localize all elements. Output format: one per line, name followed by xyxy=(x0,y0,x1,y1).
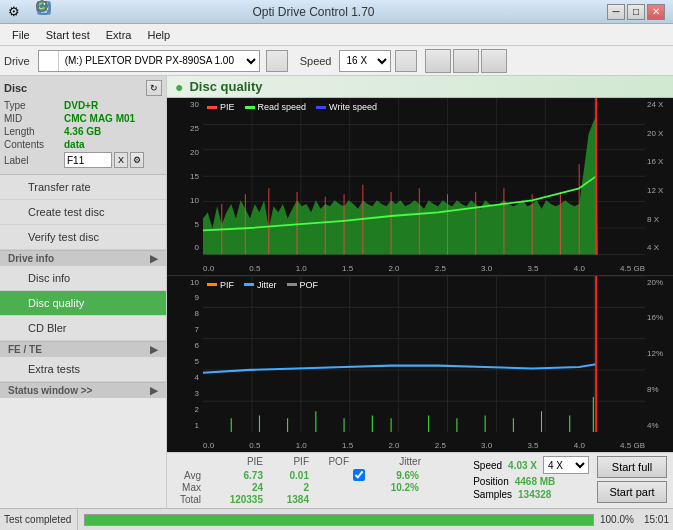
status-window-arrow: ▶ xyxy=(150,385,158,396)
disc-type-val: DVD+R xyxy=(64,100,98,111)
legend-jitter-dot xyxy=(244,283,254,286)
extra-tests-icon xyxy=(8,362,22,376)
disc-label-input[interactable] xyxy=(64,152,112,168)
disc-contents-val: data xyxy=(64,139,85,150)
start-part-button[interactable]: Start part xyxy=(597,481,667,503)
create-test-disc-icon xyxy=(8,205,22,219)
legend-pif-label: PIF xyxy=(220,280,234,290)
disc-quality-title: Disc quality xyxy=(189,79,262,94)
stats-col-pie-header: PIE xyxy=(205,456,263,467)
chart-lower-svg xyxy=(203,276,645,433)
charts-area: PIE Read speed Write speed 30 25 xyxy=(167,98,673,452)
nav-extra-tests[interactable]: Extra tests xyxy=(0,357,166,382)
menu-bar: File Start test Extra Help xyxy=(0,24,673,46)
chart-upper-y-left: 30 25 20 15 10 5 0 xyxy=(167,98,203,255)
disc-contents-label: Contents xyxy=(4,139,64,150)
chart-lower-y-left: 10 9 8 7 6 5 4 3 2 1 xyxy=(167,276,203,433)
maximize-button[interactable]: □ xyxy=(627,4,645,20)
disc-label-gear-button[interactable]: ⚙ xyxy=(130,152,144,168)
legend-pif: PIF xyxy=(207,280,234,290)
chart-lower-x-labels: 0.0 0.5 1.0 1.5 2.0 2.5 3.0 3.5 4.0 4.5 … xyxy=(203,441,645,450)
nav-extra-tests-label: Extra tests xyxy=(28,363,80,375)
stats-avg-jitter: 9.6% xyxy=(373,470,419,481)
nav-verify-test-disc[interactable]: Verify test disc xyxy=(0,225,166,250)
drive-bar: Drive (M:) PLEXTOR DVDR PX-890SA 1.00 Sp… xyxy=(0,46,673,76)
stats-bar: PIE PIF POF Jitter Avg 6.73 0.01 9.6% xyxy=(167,452,673,508)
menu-start-test[interactable]: Start test xyxy=(38,27,98,43)
disc-refresh-button[interactable]: ↻ xyxy=(146,80,162,96)
speed-select[interactable]: 16 X xyxy=(340,51,390,71)
speed-refresh-button[interactable] xyxy=(395,50,417,72)
nav-verify-test-disc-label: Verify test disc xyxy=(28,231,99,243)
legend-pif-dot xyxy=(207,283,217,286)
jitter-checkbox[interactable] xyxy=(353,469,365,481)
samples-stat-val: 134328 xyxy=(518,489,551,500)
nav-disc-quality[interactable]: Disc quality xyxy=(0,291,166,316)
window-title: Opti Drive Control 1.70 xyxy=(20,5,607,19)
minimize-button[interactable]: ─ xyxy=(607,4,625,20)
stats-avg-label: Avg xyxy=(173,470,205,481)
eject-button[interactable] xyxy=(266,50,288,72)
drive-select-wrapper: (M:) PLEXTOR DVDR PX-890SA 1.00 xyxy=(38,50,260,72)
nav-cd-bler-label: CD Bler xyxy=(28,322,67,334)
status-progress-section: 100.0% 15:01 xyxy=(84,514,669,526)
progress-bar-outer xyxy=(84,514,594,526)
samples-stat-label: Samples xyxy=(473,489,512,500)
nav-create-test-disc[interactable]: Create test disc xyxy=(0,200,166,225)
speed-stat-select[interactable]: 4 X xyxy=(544,456,588,474)
jitter-checkbox-label[interactable] xyxy=(353,469,373,481)
close-button[interactable]: ✕ xyxy=(647,4,665,20)
nav-transfer-rate[interactable]: Transfer rate xyxy=(0,175,166,200)
nav-disc-quality-label: Disc quality xyxy=(28,297,84,309)
disc-quality-header-icon: ● xyxy=(175,79,183,95)
menu-help[interactable]: Help xyxy=(139,27,178,43)
legend-pof-dot xyxy=(287,283,297,286)
disc-length-label: Length xyxy=(4,126,64,137)
drive-label: Drive xyxy=(4,55,30,67)
main-layout: Disc ↻ Type DVD+R MID CMC MAG M01 Length… xyxy=(0,76,673,508)
legend-read: Read speed xyxy=(245,102,307,112)
drive-info-header[interactable]: Drive info ▶ xyxy=(0,250,166,266)
drive-info-label: Drive info xyxy=(8,253,54,264)
save-button[interactable] xyxy=(481,49,507,73)
disc-section: Disc ↻ Type DVD+R MID CMC MAG M01 Length… xyxy=(0,76,166,175)
disc-mid-val: CMC MAG M01 xyxy=(64,113,135,124)
info-button[interactable]: i xyxy=(453,49,479,73)
disc-label-clear-button[interactable]: X xyxy=(114,152,128,168)
legend-jitter: Jitter xyxy=(244,280,277,290)
chart-lower: PIF Jitter POF 10 9 8 xyxy=(167,276,673,453)
speed-stat-select-wrapper: 4 X xyxy=(543,456,589,474)
fe-te-header[interactable]: FE / TE ▶ xyxy=(0,341,166,357)
status-window-header[interactable]: Status window >> ▶ xyxy=(0,382,166,398)
legend-pof: POF xyxy=(287,280,319,290)
stats-max-pie: 24 xyxy=(205,482,263,493)
samples-stat-row: Samples 134328 xyxy=(473,489,589,500)
nav-disc-info-label: Disc info xyxy=(28,272,70,284)
nav-disc-info[interactable]: i Disc info xyxy=(0,266,166,291)
stats-col-jitter-header: Jitter xyxy=(375,456,421,467)
nav-cd-bler[interactable]: CD Bler xyxy=(0,316,166,341)
chart-upper-legend: PIE Read speed Write speed xyxy=(207,102,377,112)
chart-upper: PIE Read speed Write speed 30 25 xyxy=(167,98,673,276)
legend-write-dot xyxy=(316,106,326,109)
cd-bler-icon xyxy=(8,321,22,335)
drive-select[interactable]: (M:) PLEXTOR DVDR PX-890SA 1.00 xyxy=(59,51,259,71)
drive-info-arrow: ▶ xyxy=(150,253,158,264)
legend-write: Write speed xyxy=(316,102,377,112)
legend-pie-dot xyxy=(207,106,217,109)
app-icon: ⚙ xyxy=(8,4,20,19)
speed-stat-val: 4.03 X xyxy=(508,460,537,471)
disc-mid-label: MID xyxy=(4,113,64,124)
disc-length-val: 4.36 GB xyxy=(64,126,101,137)
start-full-button[interactable]: Start full xyxy=(597,456,667,478)
menu-extra[interactable]: Extra xyxy=(98,27,140,43)
menu-file[interactable]: File xyxy=(4,27,38,43)
transfer-rate-icon xyxy=(8,180,22,194)
stats-col-pof-header: POF xyxy=(313,456,349,467)
erase-button[interactable] xyxy=(425,49,451,73)
disc-info-icon: i xyxy=(8,271,22,285)
stats-col-pif-header: PIF xyxy=(267,456,309,467)
nav-transfer-rate-label: Transfer rate xyxy=(28,181,91,193)
legend-pie-label: PIE xyxy=(220,102,235,112)
start-buttons: Start full Start part xyxy=(597,456,667,503)
